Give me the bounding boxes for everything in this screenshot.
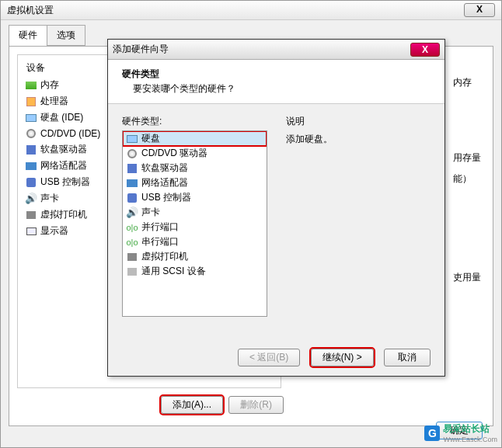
add-button[interactable]: 添加(A)...: [161, 396, 223, 414]
hardware-type-item-disk[interactable]: 硬盘: [123, 131, 267, 146]
side-usage-label: 吏用量: [453, 271, 481, 284]
device-item-label: 软盘驱动器: [40, 143, 87, 156]
hardware-type-item-scsi[interactable]: 通用 SCSI 设备: [123, 264, 267, 279]
hardware-type-item-cd[interactable]: CD/DVD 驱动器: [123, 146, 267, 161]
main-title: 虚拟机设置: [7, 4, 54, 17]
hardware-type-item-label: 软盘驱动器: [141, 161, 188, 175]
hardware-type-item-label: 声卡: [141, 206, 160, 219]
summary-labels: 内存 用存量 能） 吏用量: [453, 62, 481, 346]
device-item-label: 处理器: [40, 95, 68, 108]
side-swap-label: 用存量: [453, 151, 481, 165]
display-icon: [25, 225, 37, 238]
disk-icon: [126, 133, 138, 145]
wizard-heading: 硬件类型: [122, 68, 431, 81]
wizard-footer: < 返回(B) 继续(N) > 取消: [233, 349, 434, 366]
device-item-label: USB 控制器: [40, 175, 90, 189]
hardware-type-item-port[interactable]: o|o串行端口: [123, 234, 267, 249]
wizard-header: 硬件类型 要安装哪个类型的硬件？: [108, 60, 444, 104]
tab-options[interactable]: 选项: [47, 25, 85, 46]
wizard-title: 添加硬件向导: [113, 43, 169, 56]
floppy-icon: [25, 144, 37, 156]
back-button[interactable]: < 返回(B): [238, 349, 300, 366]
tab-hardware[interactable]: 硬件: [9, 25, 47, 46]
side-neng-label: 能）: [453, 172, 481, 186]
watermark-text: 易采站长站: [443, 423, 490, 434]
cancel-button[interactable]: 取消: [384, 349, 431, 366]
hardware-type-item-label: 串行端口: [141, 235, 179, 248]
device-item-label: 声卡: [40, 192, 59, 205]
net-icon: [126, 177, 138, 189]
print-icon: [25, 209, 37, 221]
usb-icon: [25, 176, 37, 189]
memory-icon: [25, 79, 37, 92]
device-item-label: 网络适配器: [40, 159, 87, 172]
hardware-type-item-floppy[interactable]: 软盘驱动器: [123, 161, 267, 175]
hardware-type-item-print[interactable]: 虚拟打印机: [123, 249, 267, 264]
watermark: G 易采站长站 Www.Easck.Com: [424, 422, 497, 443]
watermark-sub: Www.Easck.Com: [443, 436, 497, 443]
cd-icon: [126, 148, 138, 160]
watermark-logo-icon: G: [424, 425, 440, 441]
hardware-type-item-port[interactable]: o|o并行端口: [123, 220, 267, 234]
main-titlebar: 虚拟机设置 X: [1, 1, 501, 20]
disk-icon: [25, 112, 37, 124]
device-item-label: 内存: [40, 78, 59, 92]
print-icon: [126, 251, 138, 263]
device-item-label: 虚拟打印机: [40, 208, 87, 221]
hardware-type-item-net[interactable]: 网络适配器: [123, 175, 267, 190]
hardware-type-item-label: USB 控制器: [141, 191, 191, 204]
port-icon: o|o: [126, 236, 138, 248]
description-text: 添加硬盘。: [286, 133, 431, 146]
hardware-type-item-label: 并行端口: [141, 221, 179, 234]
hardware-type-item-sound[interactable]: 🔊声卡: [123, 205, 267, 220]
device-buttons: 添加(A)... 删除(R): [161, 396, 287, 414]
hardware-type-item-usb[interactable]: USB 控制器: [123, 190, 267, 205]
hardware-type-label: 硬件类型:: [122, 115, 267, 128]
usb-icon: [126, 192, 138, 204]
wizard-left-column: 硬件类型: 硬盘CD/DVD 驱动器软盘驱动器网络适配器USB 控制器🔊声卡o|…: [122, 115, 267, 334]
side-memory-label: 内存: [453, 76, 481, 89]
add-hardware-wizard: 添加硬件向导 X 硬件类型 要安装哪个类型的硬件？ 硬件类型: 硬盘CD/DVD…: [107, 39, 445, 377]
wizard-subheading: 要安装哪个类型的硬件？: [133, 82, 431, 96]
hardware-type-item-label: 硬盘: [141, 132, 160, 145]
hardware-type-listbox[interactable]: 硬盘CD/DVD 驱动器软盘驱动器网络适配器USB 控制器🔊声卡o|o并行端口o…: [122, 130, 267, 317]
next-button[interactable]: 继续(N) >: [311, 349, 374, 366]
description-label: 说明: [286, 115, 431, 128]
wizard-titlebar: 添加硬件向导 X: [108, 40, 444, 60]
floppy-icon: [126, 162, 138, 175]
net-icon: [25, 160, 37, 172]
wizard-close-button[interactable]: X: [410, 43, 440, 57]
hardware-type-item-label: CD/DVD 驱动器: [141, 147, 207, 160]
device-item-label: CD/DVD (IDE): [40, 128, 100, 139]
scsi-icon: [126, 266, 138, 278]
hardware-type-item-label: 虚拟打印机: [141, 250, 188, 263]
sound-icon: 🔊: [25, 193, 37, 205]
hardware-type-item-label: 网络适配器: [141, 176, 188, 189]
cd-icon: [25, 127, 37, 140]
remove-button[interactable]: 删除(R): [228, 396, 284, 414]
wizard-body: 硬件类型: 硬盘CD/DVD 驱动器软盘驱动器网络适配器USB 控制器🔊声卡o|…: [108, 104, 444, 345]
hardware-type-item-label: 通用 SCSI 设备: [141, 265, 206, 278]
main-close-button[interactable]: X: [464, 3, 495, 17]
cpu-icon: [25, 96, 37, 108]
sound-icon: 🔊: [126, 207, 138, 219]
device-item-label: 硬盘 (IDE): [40, 111, 83, 124]
wizard-right-column: 说明 添加硬盘。: [286, 115, 431, 334]
port-icon: o|o: [126, 221, 138, 234]
device-item-label: 显示器: [40, 224, 68, 238]
